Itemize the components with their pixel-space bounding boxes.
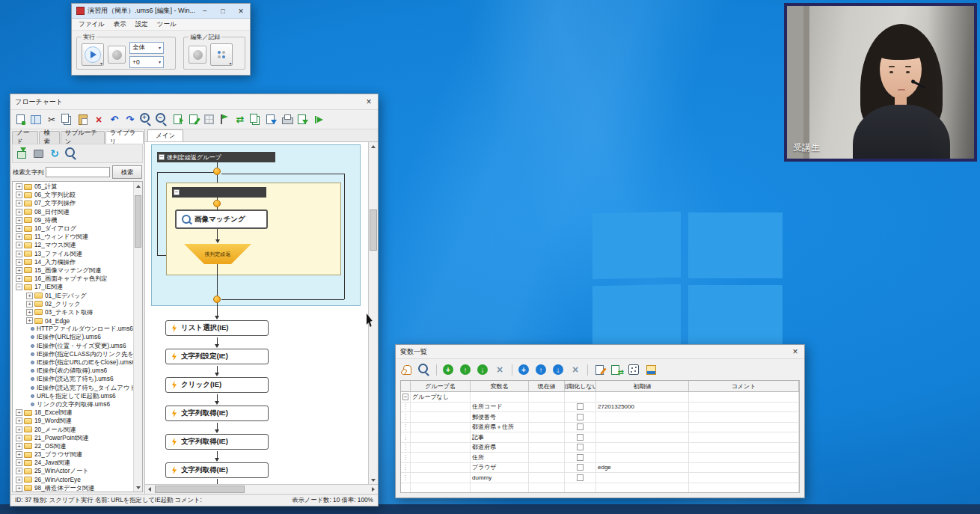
no-init-checkbox[interactable] <box>577 444 584 450</box>
refresh-icon[interactable] <box>47 146 62 161</box>
tree-item[interactable]: 20_メール関連 <box>13 425 133 433</box>
no-init-checkbox[interactable] <box>577 434 584 441</box>
maximize-button[interactable] <box>214 4 232 18</box>
swap-icon[interactable] <box>233 112 248 127</box>
close-button[interactable] <box>786 345 804 359</box>
table-row[interactable]: 都道府県＋住所 <box>401 423 799 433</box>
tree-item[interactable]: 07_文字列操作 <box>13 199 133 207</box>
connector-node[interactable] <box>213 168 221 175</box>
export-variables-icon[interactable] <box>643 362 658 377</box>
flowchart-titlebar[interactable]: フローチャート <box>10 94 378 110</box>
expander-icon[interactable] <box>16 443 22 450</box>
row-handle-icon[interactable] <box>401 443 411 453</box>
move-group-down-icon[interactable] <box>475 362 490 377</box>
tree-item[interactable]: 15_画像マッチング関連 <box>13 266 133 275</box>
tree-item[interactable]: 10_ダイアログ <box>13 224 133 233</box>
window-panel-icon[interactable] <box>28 112 43 127</box>
scroll-down-icon[interactable] <box>369 476 378 484</box>
column-header[interactable]: 初期値 <box>596 381 689 391</box>
zoom-in-icon[interactable] <box>138 112 153 127</box>
tree-item[interactable]: 11_ウィンドウ関連 <box>13 233 133 241</box>
no-init-checkbox[interactable] <box>577 454 584 461</box>
expander-icon[interactable] <box>16 200 22 206</box>
tree-item[interactable]: 01_IEデバッグ <box>13 291 133 299</box>
tree-item[interactable]: IE操作(指定CLASS内のリンク先を取得).ums6 <box>13 350 133 358</box>
delete-variable-icon[interactable] <box>568 362 583 377</box>
close-button[interactable] <box>360 95 378 109</box>
expander-icon[interactable] <box>16 233 22 240</box>
export-icon[interactable] <box>311 112 326 127</box>
expander-icon[interactable] <box>16 409 22 416</box>
expander-icon[interactable] <box>16 251 22 257</box>
copy-icon[interactable] <box>60 112 75 127</box>
expander-icon[interactable] <box>16 468 22 474</box>
tree-item[interactable]: IE操作(指定URLのIEをClose).ums6 <box>13 358 133 367</box>
table-row[interactable]: 住所 <box>401 453 799 463</box>
zoom-out-icon[interactable] <box>154 112 169 127</box>
panel-tab[interactable]: ノード <box>12 131 38 144</box>
tree-item[interactable]: リンクの文字列取得.ums6 <box>13 400 133 409</box>
canvas-vertical-scrollbar[interactable] <box>368 142 378 484</box>
duplicate-icon[interactable] <box>248 112 263 127</box>
menu-item[interactable]: 設定 <box>131 20 153 29</box>
delete-group-icon[interactable] <box>492 362 507 377</box>
expander-icon[interactable] <box>16 459 22 466</box>
column-header[interactable]: グループ名 <box>411 381 471 391</box>
tree-item[interactable]: IE操作(読込完了待ち_タイムアウト付き).ums6 <box>13 384 133 392</box>
import-library-icon[interactable] <box>14 146 29 161</box>
row-handle-icon[interactable] <box>401 463 411 473</box>
run-button[interactable]: ▾ <box>82 43 104 66</box>
tree-item[interactable]: IE操作(位置・サイズ変更).ums6 <box>13 342 133 350</box>
collapse-icon[interactable] <box>174 189 180 195</box>
tree-item[interactable]: 24_Java関連 <box>13 459 133 467</box>
import-variables-icon[interactable] <box>609 362 624 377</box>
no-init-checkbox[interactable] <box>577 423 584 430</box>
row-handle-icon[interactable] <box>401 432 411 442</box>
tree-item[interactable]: 98_構造体データ関連 <box>13 484 133 492</box>
tree-item[interactable]: 23_ブラウザ関連 <box>13 450 133 459</box>
tree-item[interactable]: 14_入力欄操作 <box>13 258 133 266</box>
tab-main[interactable]: メイン <box>147 129 183 141</box>
group-row[interactable]: グループなし <box>401 392 799 403</box>
table-row[interactable]: 記事 <box>401 432 799 443</box>
tree-item[interactable]: 22_OS関連 <box>13 442 133 450</box>
add-variable-icon[interactable] <box>516 362 531 377</box>
scroll-up-icon[interactable] <box>369 142 378 150</box>
move-variable-up-icon[interactable] <box>533 362 548 377</box>
scrollbar-thumb[interactable] <box>370 209 377 251</box>
grid-icon[interactable] <box>201 112 216 127</box>
flowchart-canvas[interactable]: 後判定繰返グループ 画像マ <box>145 142 368 484</box>
delete-icon[interactable] <box>91 112 106 127</box>
pan-hand-icon[interactable] <box>399 362 414 377</box>
expander-icon[interactable] <box>16 242 22 248</box>
connector-node[interactable] <box>213 296 221 303</box>
expander-icon[interactable] <box>16 192 22 198</box>
record-settings-button[interactable]: ▾ <box>210 43 233 66</box>
tree-item[interactable]: HTTPファイルダウンロード.ums6 <box>13 325 133 333</box>
run-scope-select[interactable]: 全体▾ <box>129 42 164 54</box>
cut-icon[interactable] <box>44 112 59 127</box>
expander-icon[interactable] <box>16 426 22 433</box>
tree-item[interactable]: 25_WinActorノート <box>13 467 133 475</box>
scrollbar-thumb[interactable] <box>155 486 245 493</box>
flow-node[interactable]: クリック(IE) <box>165 377 269 393</box>
tree-scrollbar[interactable] <box>133 182 142 492</box>
scroll-right-icon[interactable] <box>369 485 378 494</box>
flow-node[interactable]: 文字列設定(IE) <box>165 349 269 364</box>
tree-item[interactable]: 19_Word関連 <box>13 417 133 425</box>
column-header[interactable]: 初期化しない <box>565 381 596 391</box>
expander-icon[interactable] <box>26 301 33 308</box>
separator[interactable] <box>434 362 438 377</box>
tree-item[interactable]: 08_日付関連 <box>13 208 133 216</box>
download-icon[interactable] <box>295 112 310 127</box>
minimize-button[interactable] <box>196 4 214 18</box>
image-matching-node[interactable]: 画像マッチング <box>175 209 268 229</box>
expander-icon[interactable] <box>16 275 22 282</box>
tree-item[interactable]: 26_WinActorEye <box>13 476 133 484</box>
no-init-checkbox[interactable] <box>577 474 584 481</box>
column-header[interactable]: 現在値 <box>529 381 565 391</box>
table-row[interactable]: dummy <box>401 473 799 483</box>
tree-item[interactable]: 13_ファイル関連 <box>13 250 133 258</box>
redo-icon[interactable] <box>123 112 138 127</box>
menu-item[interactable]: ファイル <box>74 20 109 29</box>
